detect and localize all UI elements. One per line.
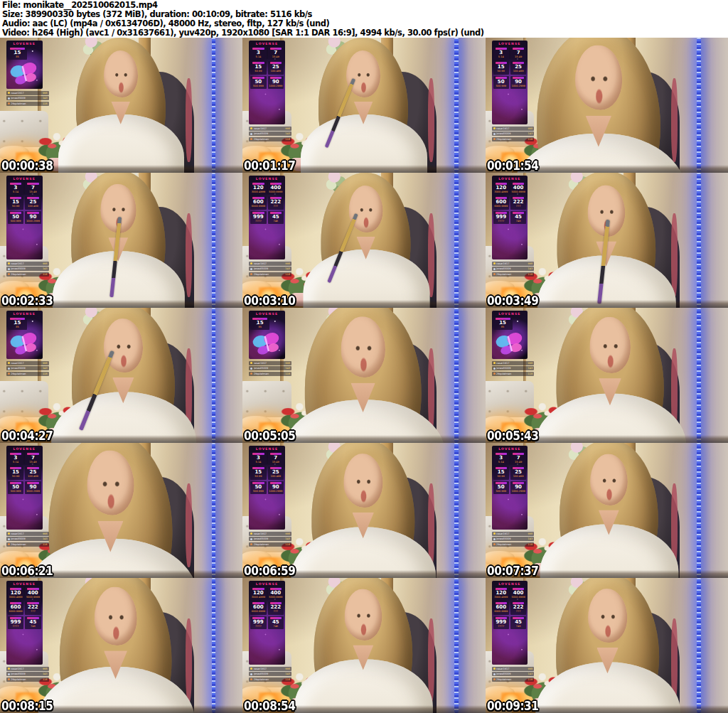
tile-token-range: 15-49: [26, 191, 40, 194]
tile-value: 15: [9, 470, 23, 475]
lovense-overlay: LOVENSE 1585 cesar1917998jonas6500914329…: [6, 311, 49, 377]
tile-token-range: 6000-9999: [494, 205, 508, 208]
leaderboard-username: 29quietman: [496, 273, 527, 276]
tip-menu-tile: 25100-499: [510, 466, 526, 480]
lovense-panel: LOVENSE 1585: [6, 311, 43, 359]
tip-leaderboard: cesar1917998jonas6500914329quietman118: [6, 91, 49, 106]
frame-timestamp: 00:09:31: [487, 700, 539, 712]
person-face: [341, 316, 385, 377]
tip-menu-tiles: 1585: [250, 317, 269, 331]
tile-value: 999: [9, 620, 23, 625]
tip-menu-tile: 901000-2999: [268, 481, 284, 495]
leaderboard-score: 118: [528, 138, 533, 141]
tip-leaderboard: cesar1917998jonas6500914329quietman118: [6, 532, 49, 547]
tile-value: 45: [26, 620, 40, 625]
medal-icon: [8, 372, 10, 375]
leaderboard-score: 998: [285, 668, 290, 670]
leaderboard-row: jonas65009143: [492, 537, 535, 541]
leaderboard-username: jonas65009: [11, 537, 41, 540]
medal-icon: [493, 372, 496, 375]
tip-menu-tile: 901000-2999: [25, 481, 41, 495]
leaderboard-score: 143: [285, 672, 290, 675]
tile-value: 222: [511, 605, 525, 610]
leaderboard-score: 118: [528, 543, 533, 546]
tip-menu-tile: 35-14: [250, 452, 266, 466]
tile-value: 600: [251, 605, 265, 610]
chair-red-trim: [428, 78, 434, 162]
tile-token-range: 500-999: [494, 85, 508, 88]
leaderboard-score: 118: [285, 678, 290, 681]
video-thumbnail: LOVENSE 1203000-49994005000-99996006000-…: [242, 173, 485, 308]
tip-menu-tile: 6006000-9999: [250, 601, 266, 615]
tile-token-range: 777: [269, 610, 283, 613]
lovense-logo: LOVENSE: [493, 447, 527, 451]
lovense-overlay: LOVENSE 35-14715-491550-9925100-49950500…: [249, 446, 291, 548]
tile-value: 7: [511, 50, 525, 55]
leaderboard-username: cesar1917: [11, 532, 41, 535]
tile-token-range: 50-99: [494, 475, 508, 478]
medal-icon: [493, 668, 496, 670]
medal-icon: [493, 138, 496, 140]
tip-menu-tile: 901000-2999: [510, 481, 526, 495]
leaderboard-username: cesar1917: [254, 668, 284, 670]
person: [535, 308, 686, 443]
leaderboard-score: 143: [285, 537, 290, 540]
leaderboard-row: 29quietman118: [492, 372, 535, 376]
leaderboard-score: 118: [43, 543, 48, 546]
leaderboard-username: 29quietman: [11, 543, 41, 546]
lovense-overlay: LOVENSE 1203000-49994005000-99996006000-…: [249, 176, 291, 278]
lovense-logo: LOVENSE: [8, 447, 41, 451]
tile-value: 50: [9, 215, 23, 220]
led-light-strip: [697, 173, 701, 308]
person: [294, 578, 433, 713]
tile-value: 400: [511, 591, 525, 596]
leaderboard-row: jonas65009143: [6, 96, 49, 100]
tile-value: 25: [26, 200, 40, 205]
person-face: [346, 50, 380, 97]
video-thumbnail: LOVENSE 1585 cesar1917998jonas6500914329…: [486, 308, 728, 443]
leaderboard-username: cesar1917: [254, 262, 284, 265]
tip-leaderboard: cesar1917998jonas6500914329quietman118: [492, 262, 535, 277]
tile-token-range: 1000-2999: [26, 220, 40, 223]
tile-token-range: 100-499: [26, 475, 40, 478]
tile-value: 90: [269, 485, 283, 490]
right-wall: [213, 578, 243, 713]
leaderboard-row: jonas65009143: [249, 537, 291, 541]
leaderboard-row: jonas65009143: [492, 132, 535, 136]
tip-menu-tile: 50500-999: [8, 211, 23, 225]
tip-menu-tile: 9997777: [493, 616, 509, 630]
led-light-strip: [212, 578, 216, 713]
leaderboard-username: jonas65009: [496, 367, 527, 370]
tip-menu-tile: 222777: [510, 196, 526, 210]
person: [301, 38, 427, 173]
led-light-strip: [454, 443, 459, 578]
tile-value: 50: [9, 485, 23, 490]
tip-leaderboard: cesar1917998jonas6500914329quietman118: [249, 262, 291, 277]
tip-menu-tile: 45746: [510, 616, 526, 630]
medal-icon: [493, 368, 496, 370]
leaderboard-username: 29quietman: [254, 372, 284, 375]
tip-menu-tile: 4005000-9999: [268, 587, 284, 601]
leaderboard-username: cesar1917: [496, 362, 527, 365]
lovense-logo: LOVENSE: [8, 582, 41, 586]
medal-icon: [493, 133, 496, 135]
tile-value: 15: [9, 321, 26, 326]
tile-value: 222: [511, 200, 525, 205]
leaderboard-row: 29quietman118: [249, 272, 291, 277]
lovense-panel: LOVENSE 35-14715-491550-9925100-49950500…: [6, 446, 43, 530]
leaderboard-score: 998: [528, 362, 533, 365]
lovense-overlay: LOVENSE 35-14715-491550-9925100-49950500…: [492, 446, 535, 548]
person-face: [345, 589, 382, 640]
tile-value: 999: [251, 215, 265, 220]
tip-menu-tile: 1550-99: [250, 466, 266, 480]
tile-token-range: 50-99: [251, 70, 265, 73]
medal-icon: [8, 532, 10, 535]
lovense-overlay: LOVENSE 35-14715-491550-9925100-49950500…: [492, 41, 535, 143]
leaderboard-row: 29quietman118: [6, 272, 49, 277]
person-face: [343, 454, 382, 508]
video-thumbnail: LOVENSE 35-14715-491550-9925100-49950500…: [486, 443, 728, 578]
leaderboard-username: jonas65009: [11, 97, 41, 100]
leaderboard-row: 29quietman118: [492, 137, 535, 141]
leaderboard-row: 29quietman118: [492, 677, 535, 682]
medal-icon: [8, 673, 10, 675]
